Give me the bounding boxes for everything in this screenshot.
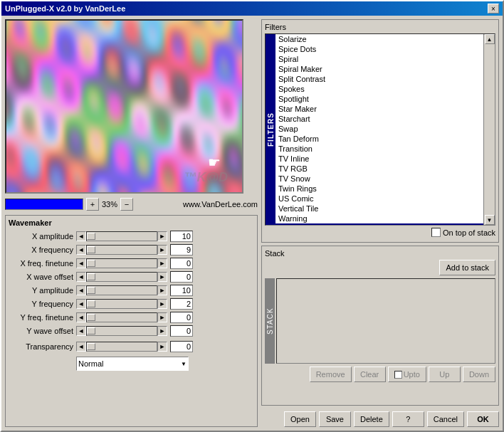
filter-item[interactable]: Spiral	[275, 54, 495, 64]
param-slider-track-1[interactable]	[86, 245, 157, 255]
scroll-track	[485, 44, 495, 215]
on-top-row: On top of stack	[265, 228, 495, 237]
cancel-button[interactable]: Cancel	[427, 411, 464, 427]
zoom-in-button[interactable]: +	[86, 198, 99, 211]
param-slider-right-4[interactable]: ►	[157, 285, 167, 295]
zoom-out-button[interactable]: −	[120, 198, 133, 211]
up-button[interactable]: Up	[429, 367, 461, 382]
filter-scrollbar[interactable]: ▲ ▼	[483, 34, 495, 225]
delete-button[interactable]: Delete	[354, 411, 389, 427]
mode-dropdown[interactable]: Normal ▼	[76, 357, 189, 371]
param-slider-left-6[interactable]: ◄	[76, 312, 86, 322]
transparency-slider-right[interactable]: ►	[157, 342, 167, 352]
scroll-down-arrow[interactable]: ▼	[485, 215, 495, 225]
stack-vertical-label: STACK	[265, 278, 275, 364]
param-value-5: 2	[170, 298, 193, 310]
filter-item[interactable]: Spice Dots	[275, 44, 495, 54]
params-title: Wavemaker	[9, 218, 254, 227]
filter-item[interactable]: Twin Rings	[275, 184, 495, 194]
param-value-2: 0	[170, 258, 193, 269]
filter-item[interactable]: Tan Deform	[275, 134, 495, 144]
filter-item[interactable]: Star Maker	[275, 104, 495, 114]
filters-group: Filters FILTERS SolarizeSpice DotsSpiral…	[261, 19, 499, 243]
remove-button[interactable]: Remove	[310, 367, 352, 382]
zoom-percent: 33%	[102, 200, 117, 209]
transparency-label: Transparency	[9, 342, 76, 351]
filter-item[interactable]: US Comic	[275, 194, 495, 204]
param-slider-track-0[interactable]	[86, 231, 157, 241]
filter-item[interactable]: TV Inline	[275, 154, 495, 164]
filter-item[interactable]: Solarize	[275, 34, 495, 44]
param-slider-left-3[interactable]: ◄	[76, 272, 86, 282]
stack-content	[276, 278, 495, 364]
param-slider-left-2[interactable]: ◄	[76, 258, 86, 268]
filter-item[interactable]: Spiral Maker	[275, 64, 495, 74]
param-slider-track-3[interactable]	[86, 272, 157, 282]
filter-item[interactable]: Wavemaker	[275, 223, 495, 226]
cursor-hand: ☛	[208, 154, 221, 171]
param-label: X amplitude	[9, 232, 76, 241]
param-slider-left-7[interactable]: ◄	[76, 326, 86, 336]
param-slider-track-7[interactable]	[86, 326, 157, 336]
clear-button[interactable]: Clear	[354, 367, 386, 382]
save-button[interactable]: Save	[319, 411, 351, 427]
param-slider-right-6[interactable]: ►	[157, 312, 167, 322]
filter-item[interactable]: TV RGB	[275, 164, 495, 174]
transparency-slider-track[interactable]	[86, 342, 157, 352]
on-top-checkbox[interactable]	[431, 228, 441, 237]
param-slider-right-7[interactable]: ►	[157, 326, 167, 336]
param-slider-right-5[interactable]: ►	[157, 299, 167, 309]
bottom-buttons: Open Save Delete ? Cancel OK	[261, 409, 499, 427]
filter-item[interactable]: Swap	[275, 124, 495, 134]
param-slider-track-2[interactable]	[86, 258, 157, 268]
filter-item[interactable]: Spokes	[275, 84, 495, 94]
param-row: X amplitude ◄ ► 10	[9, 230, 254, 243]
transparency-slider-left[interactable]: ◄	[76, 342, 86, 352]
param-label: X freq. finetune	[9, 259, 76, 268]
scroll-up-arrow[interactable]: ▲	[485, 34, 495, 44]
filter-item[interactable]: Warning	[275, 214, 495, 223]
param-slider-right-0[interactable]: ►	[157, 231, 167, 241]
close-button[interactable]: ×	[488, 4, 499, 14]
param-slider-right-1[interactable]: ►	[157, 245, 167, 255]
stack-buttons: Remove Clear Upto Up Down	[265, 367, 495, 382]
ok-button[interactable]: OK	[467, 411, 499, 427]
add-to-stack-button[interactable]: Add to stack	[439, 260, 495, 275]
filter-list[interactable]: FILTERS SolarizeSpice DotsSpiralSpiral M…	[265, 33, 495, 226]
filter-item[interactable]: Spotlight	[275, 94, 495, 104]
param-row: X wave offset ◄ ► 0	[9, 270, 254, 283]
param-label: X wave offset	[9, 273, 76, 281]
param-value-1: 9	[170, 244, 193, 255]
filter-item[interactable]: Transition	[275, 144, 495, 154]
param-slider-track-4[interactable]	[86, 285, 157, 295]
param-row: Y frequency ◄ ► 2	[9, 297, 254, 310]
preview-area: ☛ ™K@D	[5, 19, 243, 194]
param-slider-left-0[interactable]: ◄	[76, 231, 86, 241]
param-row: Y amplitude ◄ ► 10	[9, 284, 254, 297]
help-button[interactable]: ?	[392, 411, 424, 427]
param-slider-track-6[interactable]	[86, 312, 157, 322]
param-slider-track-5[interactable]	[86, 299, 157, 309]
param-label: X frequency	[9, 246, 76, 254]
param-slider-right-3[interactable]: ►	[157, 272, 167, 282]
upto-button[interactable]: Upto	[388, 367, 426, 382]
filter-item[interactable]: Starchart	[275, 114, 495, 124]
upto-checkbox[interactable]	[394, 371, 402, 379]
right-panel: Filters FILTERS SolarizeSpice DotsSpiral…	[261, 19, 499, 427]
param-slider-left-4[interactable]: ◄	[76, 285, 86, 295]
down-button[interactable]: Down	[463, 367, 495, 382]
transparency-value: 0	[170, 341, 193, 352]
url-label: www.VanDerLee.com	[183, 200, 258, 209]
open-button[interactable]: Open	[284, 411, 316, 427]
filter-item[interactable]: Split Contrast	[275, 74, 495, 84]
zoom-progress	[5, 199, 83, 210]
param-value-7: 0	[170, 325, 193, 337]
param-slider-right-2[interactable]: ►	[157, 258, 167, 268]
filter-item[interactable]: Vertical Tile	[275, 204, 495, 214]
param-row: X freq. finetune ◄ ► 0	[9, 257, 254, 270]
param-slider-left-5[interactable]: ◄	[76, 299, 86, 309]
param-value-3: 0	[170, 271, 193, 283]
title-bar: UnPlugged-X v2.0 by VanDerLee ×	[1, 1, 503, 16]
param-slider-left-1[interactable]: ◄	[76, 245, 86, 255]
filter-item[interactable]: TV Snow	[275, 174, 495, 184]
